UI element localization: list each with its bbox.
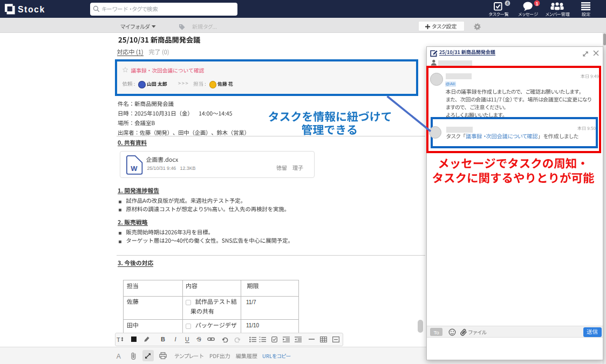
svg-text:T: T [117,336,120,343]
